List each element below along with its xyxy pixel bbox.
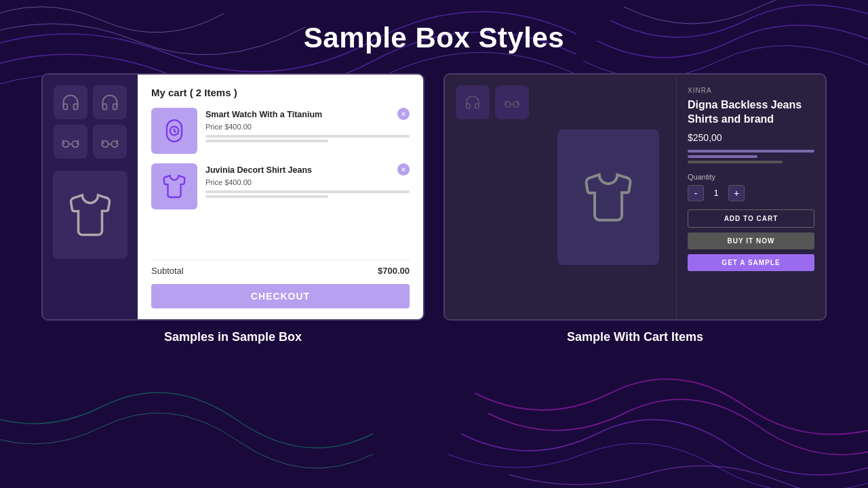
- checkout-button[interactable]: CHECKOUT: [151, 284, 410, 308]
- thumb-tshirt-main: [53, 171, 127, 259]
- product-rating-bars: [688, 150, 814, 166]
- subtotal-label: Subtotal: [151, 266, 184, 276]
- cart-item-shirt-price: Price $400.00: [205, 178, 410, 186]
- cart-item-watch-price: Price $400.00: [205, 123, 410, 131]
- left-caption: Samples in Sample Box: [41, 330, 425, 344]
- price-label-2: Price: [205, 178, 222, 186]
- cart-item-bar-1: [205, 135, 410, 138]
- product-brand: XINRA: [688, 87, 814, 94]
- qty-plus-button[interactable]: +: [728, 185, 745, 201]
- quantity-control: - 1 +: [688, 185, 814, 201]
- cart-title: My cart ( 2 Items ): [151, 87, 410, 98]
- cart-item-bar-short-1: [205, 140, 328, 142]
- thumb-headphones2: [93, 85, 127, 119]
- right-caption: Sample With Cart Items: [443, 330, 827, 344]
- cart-item-bar-2: [205, 190, 410, 193]
- right-sidebar-thumbs: [445, 75, 540, 319]
- right-main-product-area: [540, 75, 676, 319]
- thumb-glasses: [54, 125, 87, 159]
- qty-value-display: 1: [709, 188, 723, 198]
- cart-item-shirt-name: Juvinia Decort Shirt Jeans: [205, 165, 410, 176]
- add-to-cart-button[interactable]: ADD TO CART: [688, 209, 814, 228]
- subtotal-amount: $700.00: [378, 266, 410, 276]
- right-thumb-headphones: [456, 85, 490, 119]
- buy-now-button[interactable]: BUY IT NOW: [688, 232, 814, 249]
- cart-item-watch-img: [151, 108, 197, 154]
- product-detail-panel: XINRA Digna Backless Jeans Shirts and br…: [676, 75, 825, 319]
- quantity-label: Quantity: [688, 173, 814, 181]
- captions-row: Samples in Sample Box Sample With Cart I…: [0, 330, 868, 344]
- product-main-image: [557, 129, 659, 265]
- cart-items-list: Smart Watch With a Titanium Price $400.0…: [151, 108, 410, 254]
- price-value: $400.00: [224, 123, 252, 131]
- cart-item-shirt-img: [151, 163, 197, 209]
- cart-item-watch: Smart Watch With a Titanium Price $400.0…: [151, 108, 410, 154]
- thumb-glasses2: [93, 125, 127, 159]
- demos-row: My cart ( 2 Items ) Smart Watch With a T…: [0, 73, 868, 321]
- get-sample-button[interactable]: GET A SAMPLE: [688, 254, 814, 271]
- left-sidebar-thumbs: [43, 75, 138, 319]
- right-thumb-glasses: [495, 85, 529, 119]
- cart-item-watch-info: Smart Watch With a Titanium Price $400.0…: [205, 108, 410, 154]
- price-label: Price: [205, 123, 222, 131]
- cart-panel: My cart ( 2 Items ) Smart Watch With a T…: [138, 75, 423, 319]
- cart-item-bar-short-2: [205, 195, 328, 198]
- right-demo-box: XINRA Digna Backless Jeans Shirts and br…: [443, 73, 827, 321]
- product-name: Digna Backless Jeans Shirts and brand: [688, 98, 814, 127]
- rating-bar-1: [688, 150, 814, 152]
- page-title: Sample Box Styles: [0, 0, 868, 73]
- left-demo-box: My cart ( 2 Items ) Smart Watch With a T…: [41, 73, 425, 321]
- cart-subtotal-row: Subtotal $700.00: [151, 266, 410, 276]
- cart-item-watch-close[interactable]: ×: [397, 108, 410, 120]
- cart-item-watch-name: Smart Watch With a Titanium: [205, 109, 410, 120]
- cart-item-shirt-close[interactable]: ×: [397, 163, 410, 176]
- cart-item-shirt: Juvinia Decort Shirt Jeans Price $400.00…: [151, 163, 410, 209]
- cart-divider: [151, 260, 410, 260]
- cart-item-shirt-info: Juvinia Decort Shirt Jeans Price $400.00: [205, 163, 410, 209]
- rating-bar-3: [688, 161, 783, 163]
- thumb-headphones: [54, 85, 87, 119]
- rating-bar-2: [688, 155, 757, 158]
- price-value-2: $400.00: [224, 178, 252, 186]
- product-price: $250,00: [688, 132, 814, 143]
- qty-minus-button[interactable]: -: [688, 185, 704, 201]
